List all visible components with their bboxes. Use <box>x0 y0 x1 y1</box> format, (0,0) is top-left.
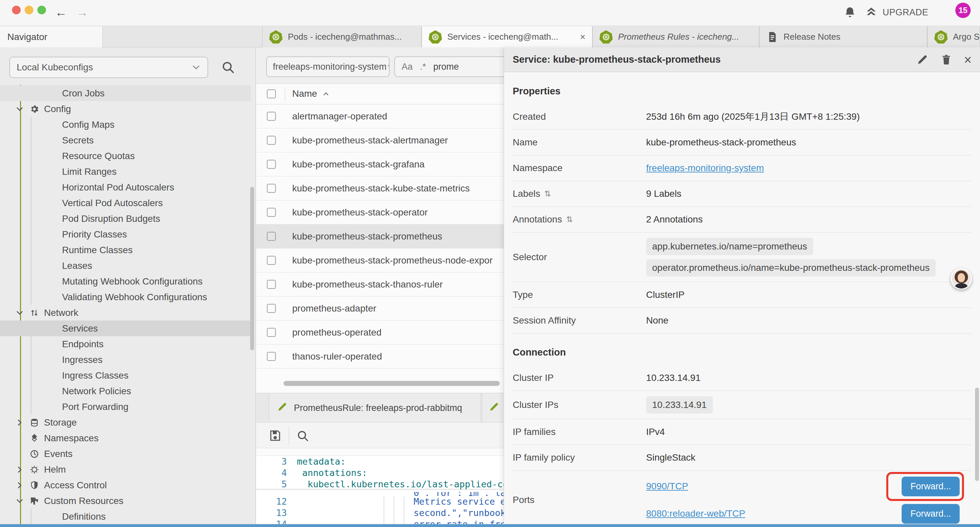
row-checkbox[interactable] <box>267 232 276 241</box>
row-checkbox[interactable] <box>267 208 276 217</box>
regex-toggle[interactable]: .* <box>420 62 426 72</box>
sort-icon[interactable]: ⇅ <box>566 215 573 224</box>
editor-tab-2[interactable]: Services - icecheng@math...× <box>422 26 592 47</box>
name-column-header[interactable]: Name <box>292 88 330 99</box>
editor-line-14[interactable]: 14error rate in freeleaps metrics ser <box>256 519 504 524</box>
row-checkbox[interactable] <box>267 328 276 337</box>
editor-line-12[interactable]: 12Metrics service error rate is {{ $va <box>256 496 504 507</box>
sidebar-item-priority-classes[interactable]: Priority Classes <box>0 226 251 242</box>
table-row[interactable]: kube-prometheus-stack-operator <box>256 201 504 224</box>
yaml-editor[interactable]: 3metadata:4annotations:5kubectl.kubernet… <box>256 455 504 524</box>
sidebar-item-runtime-classes[interactable]: Runtime Classes <box>0 242 251 258</box>
row-checkbox[interactable] <box>267 136 276 145</box>
table-row[interactable]: kube-prometheus-stack-prometheus <box>256 224 504 248</box>
table-row[interactable]: kube-prometheus-stack-thanos-ruler <box>256 272 504 296</box>
close-window-button[interactable] <box>12 6 21 14</box>
editor-line-3[interactable]: 3metadata: <box>256 456 504 467</box>
sort-icon[interactable]: ⇅ <box>544 189 551 199</box>
row-checkbox[interactable] <box>267 304 276 313</box>
editor-line-clipped[interactable]: 0","for":"1m","labels":{"service":" <box>256 490 504 496</box>
sidebar-item-namespaces[interactable]: Namespaces <box>0 430 251 446</box>
minimize-window-button[interactable] <box>25 6 33 14</box>
port-link[interactable]: 9090/TCP <box>646 481 688 492</box>
table-row[interactable]: thanos-ruler-operated <box>256 345 504 369</box>
row-checkbox[interactable] <box>267 280 276 289</box>
table-row[interactable]: kube-prometheus-stack-alertmanager <box>256 128 504 153</box>
sidebar-item-config[interactable]: Config <box>0 101 251 117</box>
table-row[interactable]: kube-prometheus-stack-grafana <box>256 153 504 177</box>
table-row[interactable]: alertmanager-operated <box>256 104 504 128</box>
namespace-link[interactable]: freeleaps-monitoring-system <box>646 163 764 173</box>
sidebar-item-cron-jobs[interactable]: Cron Jobs <box>0 85 251 101</box>
delete-trash-icon[interactable] <box>940 53 953 66</box>
search-icon[interactable] <box>220 59 235 75</box>
row-checkbox[interactable] <box>267 184 276 193</box>
row-checkbox[interactable] <box>267 256 276 265</box>
list-search-input[interactable]: Aa .* prome <box>394 56 506 77</box>
kubeconfig-selector[interactable]: Local Kubeconfigs <box>10 57 208 78</box>
sidebar-item-helm[interactable]: Helm <box>0 462 251 477</box>
sidebar-item-resource-quotas[interactable]: Resource Quotas <box>0 148 251 164</box>
editor-line-4[interactable]: 4annotations: <box>256 467 504 479</box>
edit-pencil-icon[interactable] <box>916 53 929 66</box>
row-checkbox[interactable] <box>267 160 276 169</box>
editor-tab-prometheusrule[interactable]: PrometheusRule: freeleaps-prod-rabbitmq <box>269 393 481 423</box>
navigator-tab[interactable]: Navigator <box>0 26 103 47</box>
maximize-window-button[interactable] <box>37 6 46 14</box>
editor-search-icon[interactable] <box>296 428 310 443</box>
user-avatar[interactable] <box>951 268 972 290</box>
port-link[interactable]: 8080:reloader-web/TCP <box>646 508 745 519</box>
editor-tab-4[interactable]: Release Notes <box>759 26 927 47</box>
row-checkbox[interactable] <box>267 352 276 361</box>
namespace-filter[interactable]: freeleaps-monitoring-system <box>266 56 390 77</box>
sidebar-item-vertical-pod-autoscalers[interactable]: Vertical Pod Autoscalers <box>0 195 251 211</box>
sidebar-item-network-policies[interactable]: Network Policies <box>0 383 251 399</box>
sidebar-item-storage[interactable]: Storage <box>0 415 251 430</box>
select-all-checkbox[interactable] <box>267 89 276 99</box>
editor-tab-1[interactable]: Pods - icecheng@mathmas... <box>262 26 422 47</box>
forward-button[interactable]: Forward... <box>902 504 960 524</box>
sidebar-item-access-control[interactable]: Access Control <box>0 477 251 493</box>
table-row[interactable]: kube-prometheus-stack-prometheus-node-ex… <box>256 248 504 272</box>
table-row[interactable]: prometheus-operated <box>256 320 504 345</box>
table-row[interactable]: prometheus-adapter <box>256 296 504 320</box>
editor-line-13[interactable]: 13second.","runbook_url":"https://net <box>256 507 504 519</box>
upgrade-icon[interactable] <box>865 5 878 19</box>
sidebar-item-events[interactable]: Events <box>0 446 251 462</box>
bell-icon[interactable] <box>843 6 857 19</box>
sidebar-item-ingresses[interactable]: Ingresses <box>0 352 251 368</box>
sidebar-item-pod-disruption-budgets[interactable]: Pod Disruption Budgets <box>0 211 251 226</box>
sidebar-item-limit-ranges[interactable]: Limit Ranges <box>0 164 251 180</box>
sidebar-scrollbar[interactable] <box>250 187 254 350</box>
sidebar-item-horizontal-pod-autoscalers[interactable]: Horizontal Pod Autoscalers <box>0 180 251 195</box>
editor-tab-next-partial[interactable] <box>482 393 504 423</box>
close-icon[interactable]: × <box>964 53 972 66</box>
sidebar-item-custom-resources[interactable]: Custom Resources <box>0 493 251 509</box>
forward-button[interactable]: Forward... <box>902 477 960 496</box>
back-button[interactable]: ← <box>53 4 69 21</box>
upgrade-button[interactable]: UPGRADE <box>883 7 928 18</box>
table-row[interactable]: kube-prometheus-stack-kube-state-metrics <box>256 177 504 201</box>
editor-tab-5[interactable]: Argo Se <box>927 26 980 47</box>
row-checkbox[interactable] <box>267 112 276 121</box>
editor-line-5[interactable]: 5kubectl.kubernetes.io/last-applied-conf… <box>256 479 504 490</box>
horizontal-scrollbar[interactable] <box>283 381 500 386</box>
sidebar-item-services[interactable]: Services <box>0 320 251 336</box>
notification-badge[interactable]: 15 <box>955 3 970 18</box>
match-case-toggle[interactable]: Aa <box>402 62 413 72</box>
sidebar-item-network[interactable]: Network <box>0 305 251 320</box>
forward-button[interactable]: → <box>74 4 91 21</box>
sidebar-item-port-forwarding[interactable]: Port Forwarding <box>0 399 251 415</box>
drawer-scrollbar[interactable] <box>975 388 979 481</box>
sidebar-item-ingress-classes[interactable]: Ingress Classes <box>0 368 251 383</box>
sidebar-item-validating-webhook-configurations[interactable]: Validating Webhook Configurations <box>0 289 251 305</box>
sidebar-item-endpoints[interactable]: Endpoints <box>0 336 251 352</box>
close-tab-icon[interactable]: × <box>577 32 585 42</box>
save-icon[interactable] <box>268 428 282 443</box>
sidebar-item-leases[interactable]: Leases <box>0 258 251 274</box>
sidebar-item-config-maps[interactable]: Config Maps <box>0 117 251 132</box>
sidebar-item-secrets[interactable]: Secrets <box>0 132 251 148</box>
sidebar-item-mutating-webhook-configurations[interactable]: Mutating Webhook Configurations <box>0 274 251 289</box>
editor-tab-3[interactable]: Prometheus Rules - icecheng... <box>592 26 759 47</box>
sidebar-item-definitions[interactable]: Definitions <box>0 509 251 524</box>
